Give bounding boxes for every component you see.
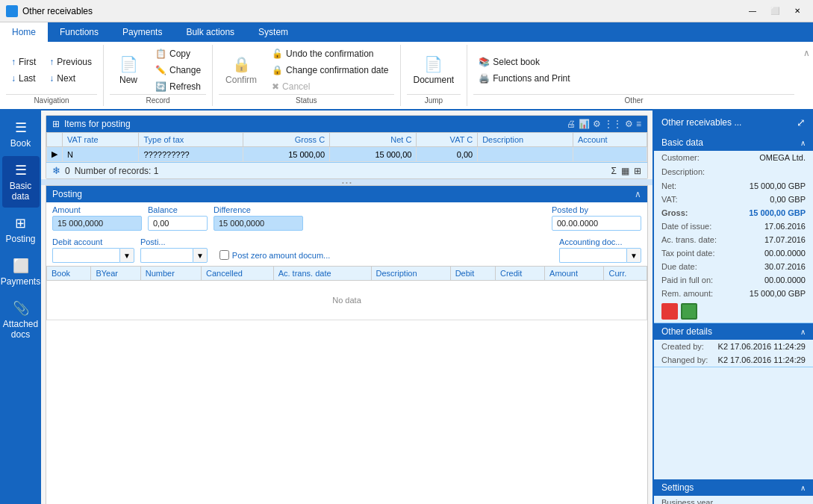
columns-icon[interactable]: ⋮⋮ [604, 119, 622, 129]
basic-data-chevron[interactable]: ∧ [800, 139, 806, 147]
last-icon: ↓ [11, 73, 16, 84]
items-snowflake-icon: ❄ [52, 165, 60, 176]
record-group-label: Record [110, 94, 206, 105]
select-book-button[interactable]: 📚 Select book [473, 55, 575, 69]
ribbon-collapse-button[interactable]: ∧ [800, 45, 813, 61]
settings-chevron[interactable]: ∧ [800, 484, 806, 492]
debit-account-input[interactable] [52, 248, 119, 263]
gross-field: Gross: 15 000,00 GBP [654, 206, 813, 220]
change-button[interactable]: ✏️ Change [150, 63, 206, 78]
tab-home[interactable]: Home [0, 22, 48, 42]
account-cell [573, 147, 647, 162]
refresh-button[interactable]: 🔄 Refresh [150, 79, 206, 94]
close-button[interactable]: ✕ [788, 4, 807, 19]
ribbon-group-other: 📚 Select book 🖨️ Functions and Print Oth… [467, 45, 800, 106]
posting-input[interactable] [140, 248, 193, 263]
description-cell [478, 147, 573, 162]
sidebar-item-payments[interactable]: ⬜ Payments [2, 252, 40, 293]
post-zero-label[interactable]: Post zero amount docum... [232, 251, 330, 260]
menu-icon[interactable]: ≡ [636, 119, 641, 129]
tab-bulk-actions[interactable]: Bulk actions [174, 22, 246, 42]
right-section-basic-data: Basic data ∧ Customer: OMEGA Ltd. Descri… [654, 134, 813, 323]
new-label: New [119, 75, 137, 85]
sidebar-item-attached-docs[interactable]: 📎 Attached docs [2, 294, 40, 346]
restore-button[interactable]: ⬜ [765, 4, 785, 19]
posted-by-input[interactable] [552, 216, 641, 231]
table-row[interactable]: ▶ N ?????????? 15 000,00 15 000,00 0,00 [47, 147, 647, 162]
last-label: Last [19, 73, 36, 84]
other-col: 📚 Select book 🖨️ Functions and Print [473, 55, 575, 86]
confirm-button[interactable]: 🔒 Confirm [219, 48, 264, 93]
difference-input[interactable] [214, 216, 303, 231]
change-confirm-date-button[interactable]: 🔒 Change confirmation date [267, 63, 393, 78]
col-vat-rate: VAT rate [63, 133, 139, 147]
balance-field: Balance [148, 205, 208, 231]
items-grid-icon[interactable]: ▦ [621, 166, 629, 176]
right-panel-expand-icon[interactable]: ⤢ [797, 116, 806, 128]
posting-panel-header: Posting ∧ [46, 186, 647, 202]
book-icon: ☰ [15, 119, 27, 136]
tab-system[interactable]: System [246, 22, 300, 42]
business-year-field: Business year 2022 [654, 496, 813, 504]
tab-functions[interactable]: Functions [48, 22, 110, 42]
tab-payments[interactable]: Payments [110, 22, 174, 42]
select-book-icon: 📚 [479, 57, 490, 67]
items-export-icon[interactable]: ⊞ [634, 166, 641, 176]
items-header-right: 🖨 📊 ⚙ ⋮⋮ ⚙ ≡ [567, 119, 641, 129]
vertical-resizer[interactable]: • • • [41, 179, 652, 185]
ribbon-group-record: 📄 New 📋 Copy ✏️ Change 🔄 Refresh Record [104, 45, 213, 106]
sidebar-item-book[interactable]: ☰ Book [2, 113, 40, 155]
posting-field: Posti... ▼ [140, 237, 208, 263]
posting-arrow[interactable]: ▼ [193, 248, 208, 263]
basic-data-section-header: Basic data ∧ [654, 134, 813, 151]
previous-button[interactable]: ↑ Previous [44, 55, 97, 69]
amount-label: Amount [52, 205, 142, 214]
col-number: Number [140, 267, 201, 281]
tax-point-date-field: Tax point date: 00.00.0000 [654, 246, 813, 260]
created-by-field: Created by: K2 17.06.2016 11:24:29 [654, 340, 813, 353]
last-button[interactable]: ↓ Last [6, 71, 41, 86]
sidebar-item-basic-data[interactable]: ☰ Basic data [2, 156, 40, 208]
minimize-button[interactable]: — [743, 4, 762, 19]
copy-button[interactable]: 📋 Copy [150, 46, 206, 61]
red-indicator[interactable] [661, 303, 678, 320]
next-button[interactable]: ↓ Next [44, 71, 97, 86]
right-section-other-details: Other details ∧ Created by: K2 17.06.201… [654, 323, 813, 367]
settings-icon[interactable]: ⚙ [625, 119, 633, 129]
sidebar-item-posting[interactable]: ⊞ Posting [2, 209, 40, 250]
right-section-settings: Settings ∧ Business year 2022 [654, 479, 813, 504]
debit-account-arrow[interactable]: ▼ [119, 248, 134, 263]
sidebar-posting-label: Posting [5, 234, 35, 244]
debit-account-input-wrapper: ▼ [52, 248, 134, 263]
chart-icon[interactable]: 📊 [579, 119, 590, 129]
col-vat-c: VAT C [417, 133, 478, 147]
posted-by-field: Posted by [552, 205, 641, 231]
posting-expand-icon[interactable]: ∧ [635, 189, 641, 199]
filter-icon[interactable]: ⚙ [593, 119, 601, 129]
post-zero-checkbox[interactable] [219, 250, 229, 260]
type-of-tax-cell: ?????????? [139, 147, 243, 162]
other-details-chevron[interactable]: ∧ [800, 328, 806, 336]
net-c-cell: 15 000,00 [330, 147, 417, 162]
first-button[interactable]: ↑ First [6, 55, 41, 69]
record-buttons: 📄 New 📋 Copy ✏️ Change 🔄 Refresh [110, 46, 206, 94]
items-panel-grid-icon: ⊞ [52, 119, 60, 129]
ribbon-group-navigation: ↑ First ↓ Last ↑ Previous ↓ Next Navi [0, 45, 104, 106]
accounting-doc-arrow[interactable]: ▼ [626, 248, 641, 263]
right-panel-title-text: Other receivables ... [661, 117, 741, 128]
amount-input[interactable] [52, 216, 142, 231]
vat-c-cell: 0,00 [417, 147, 478, 162]
undo-confirm-button[interactable]: 🔓 Undo the confirmation [267, 46, 393, 61]
new-button[interactable]: 📄 New [110, 48, 147, 93]
col-byear: BYear [91, 267, 140, 281]
refresh-label: Refresh [169, 81, 201, 92]
print-icon[interactable]: 🖨 [567, 119, 576, 129]
document-button[interactable]: 📄 Document [407, 48, 461, 93]
functions-print-button[interactable]: 🖨️ Functions and Print [473, 71, 575, 86]
balance-input[interactable] [148, 216, 208, 231]
items-sum-icon[interactable]: Σ [611, 166, 617, 176]
navigation-group-label: Navigation [6, 94, 97, 105]
content-area: ⊞ Items for posting 🖨 📊 ⚙ ⋮⋮ ⚙ ≡ [41, 111, 652, 504]
accounting-doc-input[interactable] [559, 248, 626, 263]
green-indicator[interactable] [681, 303, 697, 320]
